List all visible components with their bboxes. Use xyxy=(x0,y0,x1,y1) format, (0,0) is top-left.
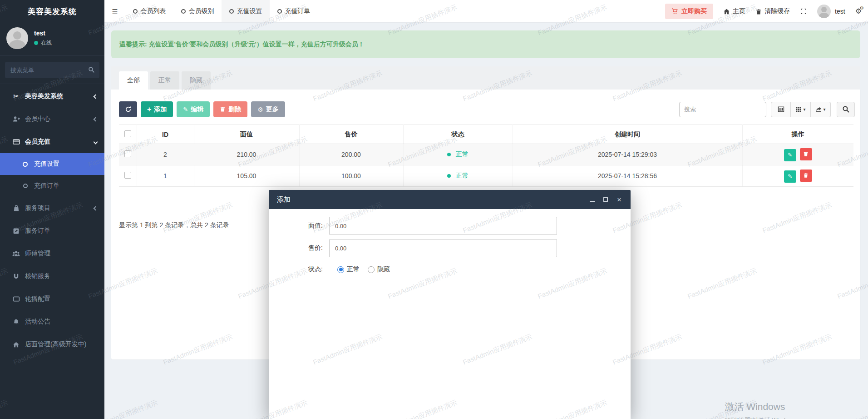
cart-icon xyxy=(671,8,678,15)
search-icon[interactable] xyxy=(88,66,95,73)
user-panel: test 在线 xyxy=(0,23,104,56)
minimize-icon[interactable] xyxy=(589,196,595,203)
sidebar-item-member-center[interactable]: 会员中心 xyxy=(0,108,104,130)
export-icon xyxy=(815,106,822,113)
buy-now-button[interactable]: 立即购买 xyxy=(665,4,713,19)
circle-icon xyxy=(181,9,186,14)
cell-face-value: 105.00 xyxy=(194,165,299,187)
select-all-checkbox-cell[interactable] xyxy=(119,125,137,144)
column-header-face-value[interactable]: 面值 xyxy=(194,125,299,144)
hint-alert: 温馨提示: 充值设置'售价'要和会员级别（升级'元'）值设置一样，充值后方可升级… xyxy=(111,30,860,58)
filter-tab-all[interactable]: 全部 xyxy=(119,71,148,90)
caret-down-icon: ▾ xyxy=(823,107,825,112)
user-name: test xyxy=(34,30,52,37)
cell-face-value: 210.00 xyxy=(194,144,299,165)
user-avatar[interactable] xyxy=(6,27,28,49)
caret-down-icon: ▾ xyxy=(803,107,805,112)
status-badge: 正常 xyxy=(447,150,469,159)
user-status-label: 在线 xyxy=(41,39,52,47)
sidebar: 美容美发系统 test 在线 ✂ 美容美发系统 会员中心 会员充值 xyxy=(0,0,104,419)
column-header-price[interactable]: 售价 xyxy=(299,125,403,144)
edit-button[interactable]: ✎ 编辑 xyxy=(177,101,210,117)
tab-member-level[interactable]: 会员级别 xyxy=(173,0,222,22)
avatar xyxy=(817,5,831,18)
row-delete-button[interactable] xyxy=(800,170,812,182)
table-search-input[interactable] xyxy=(679,102,766,117)
row-checkbox[interactable] xyxy=(124,172,131,179)
advanced-search-button[interactable] xyxy=(837,102,855,117)
status-badge: 正常 xyxy=(447,172,469,180)
filter-tab-normal[interactable]: 正常 xyxy=(150,71,179,90)
sidebar-item-member-recharge[interactable]: 会员充值 xyxy=(0,130,104,153)
column-header-status[interactable]: 状态 xyxy=(403,125,513,144)
circle-icon xyxy=(133,9,138,14)
table-row: 2 210.00 200.00 正常 2025-07-14 15:29:03 ✎ xyxy=(119,144,853,165)
tab-member-list[interactable]: 会员列表 xyxy=(125,0,173,22)
column-header-id[interactable]: ID xyxy=(137,125,194,144)
filter-tab-hidden[interactable]: 隐藏 xyxy=(182,71,211,90)
settings-gears-icon[interactable]: ⚙⚙ xyxy=(855,7,862,15)
add-button[interactable]: + 添加 xyxy=(141,101,173,117)
navbar-user-menu[interactable]: test xyxy=(817,5,845,18)
dialog-body: 面值: 售价: 状态: 正常 隐藏 xyxy=(269,209,631,278)
sidebar-item-system-root[interactable]: ✂ 美容美发系统 xyxy=(0,85,104,108)
chevron-left-icon xyxy=(94,94,98,99)
carousel-icon xyxy=(12,295,20,303)
detail-view-icon xyxy=(778,106,784,113)
sidebar-item-carousel-config[interactable]: 轮播配置 xyxy=(0,288,104,310)
more-button[interactable]: ⚙ 更多 xyxy=(251,101,285,117)
column-header-created[interactable]: 创建时间 xyxy=(513,125,742,144)
select-all-checkbox[interactable] xyxy=(124,130,131,137)
columns-toggle-button[interactable]: ▾ xyxy=(791,102,811,117)
status-radio-normal[interactable]: 正常 xyxy=(337,265,360,274)
gear-icon: ⚙ xyxy=(257,106,263,113)
sidebar-search-input[interactable] xyxy=(5,62,99,78)
tab-recharge-settings[interactable]: 充值设置 xyxy=(222,0,270,22)
hamburger-menu-icon[interactable]: ≡ xyxy=(104,0,125,22)
sidebar-item-recharge-orders[interactable]: 充值订单 xyxy=(0,175,104,197)
sidebar-item-master-management[interactable]: 师傅管理 xyxy=(0,242,104,265)
refresh-button[interactable] xyxy=(119,101,137,117)
sidebar-item-recharge-settings[interactable]: 充值设置 xyxy=(0,153,104,175)
sidebar-search xyxy=(5,62,99,78)
row-checkbox[interactable] xyxy=(124,150,131,157)
fullscreen-button[interactable] xyxy=(800,7,807,15)
dialog-header[interactable]: 添加 × xyxy=(269,190,631,209)
row-edit-button[interactable]: ✎ xyxy=(784,149,796,161)
price-field[interactable] xyxy=(329,239,557,257)
windows-activation-title: 激活 Windows xyxy=(725,400,802,413)
tab-recharge-orders[interactable]: 充值订单 xyxy=(270,0,318,22)
detail-view-button[interactable] xyxy=(771,102,791,117)
sidebar-item-activity-notice[interactable]: 活动公告 xyxy=(0,310,104,333)
shopping-bag-icon xyxy=(12,205,20,212)
home-icon xyxy=(723,7,730,15)
sidebar-item-store-management[interactable]: 店面管理(高级开发中) xyxy=(0,333,104,356)
face-value-field[interactable] xyxy=(329,217,557,235)
windows-activation-watermark: 激活 Windows 转到"设置"以激活 Windows。 xyxy=(725,400,802,419)
circle-icon xyxy=(277,9,282,14)
pencil-icon: ✎ xyxy=(788,173,792,180)
plus-icon: + xyxy=(147,105,151,114)
delete-button[interactable]: 删除 xyxy=(213,101,247,117)
cell-id: 1 xyxy=(137,165,194,187)
row-delete-button[interactable] xyxy=(800,148,812,160)
status-dot-icon xyxy=(447,153,451,156)
home-link[interactable]: 主页 xyxy=(723,7,745,15)
close-icon[interactable]: × xyxy=(616,196,622,203)
sidebar-item-service-items[interactable]: 服务项目 xyxy=(0,197,104,219)
status-radio-hidden[interactable]: 隐藏 xyxy=(368,265,390,274)
clear-cache-link[interactable]: 清除缓存 xyxy=(755,7,790,15)
windows-activation-subtitle: 转到"设置"以激活 Windows。 xyxy=(725,416,802,419)
row-edit-button[interactable]: ✎ xyxy=(784,170,796,183)
refresh-icon xyxy=(125,106,132,113)
home-icon xyxy=(12,341,20,348)
circle-icon xyxy=(21,162,29,167)
maximize-icon[interactable] xyxy=(602,196,609,203)
table-controls: ▾ ▾ xyxy=(679,102,855,117)
export-button[interactable]: ▾ xyxy=(811,102,831,117)
filter-tabs: 全部 正常 隐藏 xyxy=(111,66,860,90)
radio-unchecked-icon xyxy=(368,266,375,273)
sidebar-item-verification-service[interactable]: 核销服务 xyxy=(0,265,104,288)
sidebar-item-service-orders[interactable]: 服务订单 xyxy=(0,219,104,242)
circle-icon xyxy=(229,9,234,14)
